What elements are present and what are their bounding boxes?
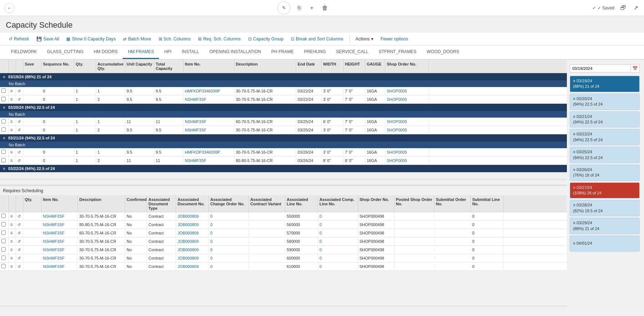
bd-changeno[interactable]: 0 [209,263,249,270]
fewer-options-button[interactable]: Fewer options [378,35,411,43]
bd-assocno[interactable]: JOB000809 [176,213,209,220]
day-card-0319[interactable]: ≡ 03/19/24(88%) 21 of 24 [570,76,640,92]
bd-changeno[interactable]: 0 [209,229,249,237]
checkbox-input[interactable] [1,88,6,93]
bottom-h-scrollbar[interactable] [0,306,567,311]
row-shoporder[interactable]: SHOP0005 [385,157,429,164]
row-refresh-icon[interactable]: ↺ [16,157,23,165]
group-row-truncated[interactable]: ≡ 03/22/24 (94%) 22.5 of 24 [0,165,567,172]
tab-hm-doors[interactable]: HM DOORS [88,46,123,59]
tab-hpi[interactable]: HPI [159,46,176,59]
bd-assocno[interactable]: JOB000809 [176,238,209,245]
bd-itemno[interactable]: NSHMF3SF [41,263,78,270]
bd-changeno[interactable]: 0 [209,213,249,220]
bd-itemno[interactable]: NSHMF3SF [41,221,78,228]
bd-checkbox[interactable] [0,262,9,270]
row-menu-icon[interactable]: ≡ [9,157,16,165]
bd-itemno[interactable]: NSHMF3SF [41,254,78,262]
tab-fieldwork[interactable]: FIELDWORK [6,46,42,59]
tab-service-call[interactable]: SERVICE_CALL [331,46,373,59]
checkbox-input[interactable] [1,256,6,260]
row-menu-icon[interactable]: ≡ [9,126,16,134]
bd-compline[interactable]: 0 [318,238,358,245]
bd-changeno[interactable]: 0 [209,254,249,262]
row-menu-icon[interactable]: ≡ [9,87,16,95]
back-button[interactable]: ← [4,3,15,13]
tab-install[interactable]: INSTALL [176,46,204,59]
bd-itemno[interactable]: NSHMF3SF [41,213,78,220]
bd-itemno[interactable]: NSHMF3SF [41,246,78,253]
day-card-0329[interactable]: ≡ 03/29/24(88%) 21 of 24 [570,218,640,234]
checkbox-input[interactable] [1,119,6,123]
checkbox-input[interactable] [1,97,6,101]
day-card-0322[interactable]: ≡ 03/22/24(94%) 22.5 of 24 [570,129,640,145]
bd-refresh-icon[interactable]: ↺ [16,246,23,254]
day-card-0321[interactable]: ≡ 03/21/24(94%) 22.5 of 24 [570,111,640,128]
row-itemno[interactable]: NSHMF3SF [183,126,234,134]
row-menu-icon[interactable]: ≡ [9,95,16,103]
checkbox-input[interactable] [1,214,6,218]
share-button[interactable]: ⎘ [296,3,303,13]
checkbox-input[interactable] [1,150,6,154]
batch-move-button[interactable]: ⇄ Batch Move [120,35,154,43]
bd-menu-icon[interactable]: ≡ [9,212,16,220]
bd-assocno[interactable]: JOB000809 [176,229,209,237]
bd-checkbox[interactable] [0,212,9,220]
tab-ph-frame[interactable]: PH FRAME [266,46,299,59]
bd-changeno[interactable]: 0 [209,221,249,228]
row-shoporder[interactable]: SHOP0005 [385,126,429,134]
checkbox-input[interactable] [1,247,6,252]
row-refresh-icon[interactable]: ↺ [16,96,23,103]
row-refresh-icon[interactable]: ↺ [16,126,23,134]
row-menu-icon[interactable]: ≡ [9,118,16,126]
bd-menu-icon[interactable]: ≡ [9,262,16,270]
row-itemno[interactable]: NSHMF3SF [183,157,234,164]
bd-checkbox[interactable] [0,246,9,254]
bd-changeno[interactable]: 0 [209,238,249,245]
checkbox-input[interactable] [1,264,6,268]
bd-compline[interactable]: 0 [318,263,358,270]
tab-prehung[interactable]: PREHUNG [299,46,331,59]
save-all-button[interactable]: 💾 Save All [33,35,62,43]
bd-changeno[interactable]: 0 [209,246,249,253]
bd-menu-icon[interactable]: ≡ [9,221,16,229]
actions-button[interactable]: Actions ▾ [353,35,376,43]
bd-compline[interactable]: 0 [318,254,358,262]
group-row-0321[interactable]: ≡ 03/21/24 (94%) 22.5 of 24 [0,134,567,142]
tab-wood-doors[interactable]: WOOD_DOORS [422,46,464,59]
row-checkbox[interactable] [0,118,9,126]
row-shoporder[interactable]: SHOP0005 [385,149,429,156]
checkbox-input[interactable] [1,230,6,235]
row-checkbox[interactable] [0,148,9,156]
tab-glass-cutting[interactable]: GLASS_CUTTING [42,46,88,59]
bd-assocno[interactable]: JOB000809 [176,246,209,253]
row-shoporder[interactable]: SHOP0005 [385,87,429,95]
bd-refresh-icon[interactable]: ↺ [16,213,23,220]
row-itemno[interactable]: HMFKDP3346030P [183,149,234,156]
tab-stfrnt-frames[interactable]: STFRNT_FRAMES [374,46,422,59]
bd-compline[interactable]: 0 [318,213,358,220]
checkbox-input[interactable] [1,158,6,162]
day-card-0326[interactable]: ≡ 03/26/24(76%) 18 of 24 [570,165,640,181]
bd-menu-icon[interactable]: ≡ [9,254,16,262]
tab-opening-installation[interactable]: OPENING INSTALLATION [204,46,266,59]
delete-button[interactable]: 🗑 [321,3,329,13]
row-refresh-icon[interactable]: ↺ [16,149,23,156]
bd-menu-icon[interactable]: ≡ [9,237,16,245]
sch-columns-button[interactable]: ⊞ Sch. Columns [156,35,194,43]
bd-itemno[interactable]: NSHMF3SF [41,238,78,245]
bd-refresh-icon[interactable]: ↺ [16,221,23,229]
h-scrollbar[interactable] [0,179,567,185]
capacity-group-button[interactable]: ⊡ Capacity Group [245,35,286,43]
bd-menu-icon[interactable]: ≡ [9,229,16,237]
bd-assocno[interactable]: JOB000809 [176,254,209,262]
bd-checkbox[interactable] [0,221,9,229]
row-checkbox[interactable] [0,126,9,134]
refresh-button[interactable]: ↺ Refresh [6,35,32,43]
day-card-0328[interactable]: ≡ 03/28/24(82%) 19.5 of 24 [570,200,640,216]
bd-refresh-icon[interactable]: ↺ [16,238,23,245]
add-button[interactable]: + [309,3,315,13]
external-link-button[interactable]: ↗ [632,3,640,13]
row-itemno[interactable]: HMFKDP3346030P [183,87,234,95]
bd-refresh-icon[interactable]: ↺ [16,263,23,270]
